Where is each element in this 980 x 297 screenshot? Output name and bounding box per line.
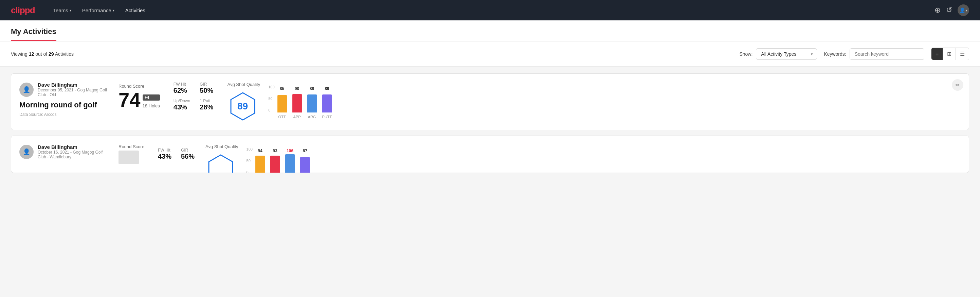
page-header: My Activities [0, 21, 980, 42]
card-stats-2: Round Score FW Hit 43% GIR 56% [119, 144, 194, 164]
stat-updown-1: Up/Down 43% [173, 99, 190, 111]
stat-gir-label-1: GIR [200, 82, 216, 87]
edit-button-1[interactable]: ✏ [952, 79, 963, 91]
stat-updown-label-1: Up/Down [173, 99, 190, 103]
user-info-2: Dave Billingham October 16, 2021 - Gog M… [38, 144, 108, 160]
bar-arg-value-1: 89 [310, 86, 314, 91]
bar-putt-value-2: 87 [303, 148, 307, 153]
hexagon-svg-2 [205, 153, 236, 173]
activity-title-1: Morning round of golf [19, 101, 108, 109]
nav-teams-label: Teams [53, 8, 68, 13]
score-meta-1: +4 18 Holes [143, 94, 160, 110]
bar-app-fill-2 [270, 156, 280, 173]
hexagon-2 [205, 153, 236, 173]
bar-putt-2: 87 PUTT [300, 148, 310, 173]
keyword-input[interactable] [850, 48, 924, 60]
bars-group-1: 85 OTT 90 APP [277, 92, 332, 119]
bar-putt-label-1: PUTT [322, 115, 332, 119]
stat-gir-label-2: GIR [181, 148, 194, 153]
bar-ott-wrapper-2 [255, 154, 265, 173]
nav-activities[interactable]: Activities [121, 5, 150, 16]
score-holes-1: 18 Holes [143, 103, 160, 109]
view-toggles: ≡ ⊞ ☰ [931, 48, 969, 60]
score-placeholder-2 [119, 150, 139, 164]
activity-type-wrapper: All Activity Types Round Practice Lesson… [756, 48, 817, 60]
activity-card-2: 👤 Dave Billingham October 16, 2021 - Gog… [11, 136, 969, 173]
bar-arg-wrapper-1 [307, 92, 317, 112]
bar-app-wrapper-2 [270, 154, 280, 173]
teams-chevron-icon: ▾ [70, 8, 71, 12]
y-label-0-1: 0 [268, 108, 274, 112]
quality-section-1: Avg Shot Quality 89 [228, 82, 261, 121]
avatar-icon-1: 👤 [23, 86, 30, 93]
bar-arg-label-1: ARG [308, 115, 316, 119]
logo[interactable]: clippd [11, 5, 35, 16]
bar-chart-container-2: 100 50 0 94 OTT 93 [247, 147, 310, 173]
add-icon[interactable]: ⊕ [934, 6, 940, 14]
performance-chevron-icon: ▾ [113, 8, 115, 12]
bar-arg-1: 89 ARG [307, 86, 317, 119]
user-avatar-2: 👤 [19, 145, 33, 159]
navbar-right: ⊕ ↺ 👤 ▾ [934, 5, 969, 16]
stat-fw-hit-label-1: FW Hit [173, 82, 190, 87]
hexagon-value-1: 89 [237, 101, 248, 112]
navbar: clippd Teams ▾ Performance ▾ Activities … [0, 0, 980, 21]
user-row-2: 👤 Dave Billingham October 16, 2021 - Gog… [19, 144, 108, 160]
bar-ott-fill-2 [255, 156, 265, 173]
activity-type-select[interactable]: All Activity Types Round Practice Lesson [756, 48, 817, 60]
bar-arg-fill-2 [285, 154, 295, 173]
card-left-2: 👤 Dave Billingham October 16, 2021 - Gog… [19, 144, 108, 163]
svg-marker-1 [209, 155, 232, 173]
list-wide-toggle[interactable]: ☰ [956, 48, 969, 60]
nav-performance[interactable]: Performance ▾ [78, 5, 119, 16]
avatar-chevron-icon: ▾ [966, 8, 967, 12]
stat-fw-hit-value-1: 62% [173, 87, 190, 94]
grid-toggle[interactable]: ⊞ [943, 48, 956, 60]
stat-fw-hit-value-2: 43% [158, 153, 172, 160]
bar-ott-label-1: OTT [278, 115, 286, 119]
score-badge-1: +4 [143, 94, 160, 101]
viewing-prefix: Viewing [11, 51, 29, 57]
bar-ott-fill-1 [277, 95, 287, 112]
bar-putt-fill-1 [322, 94, 332, 112]
y-label-50-1: 50 [268, 96, 274, 101]
quality-label-2: Avg Shot Quality [205, 144, 239, 149]
bar-ott-value-1: 85 [280, 86, 284, 91]
hexagon-1: 89 [228, 91, 258, 121]
y-label-50-2: 50 [247, 159, 253, 163]
bar-app-value-2: 93 [273, 148, 277, 153]
bar-putt-fill-2 [300, 157, 310, 173]
bar-ott-1: 85 OTT [277, 86, 287, 119]
bar-putt-wrapper-1 [322, 92, 332, 112]
user-date-1: December 05, 2021 - Gog Magog Golf Club … [38, 88, 108, 97]
refresh-icon[interactable]: ↺ [946, 6, 952, 14]
score-label-2: Round Score [119, 144, 144, 149]
viewing-suffix: Activities [55, 51, 74, 57]
bar-app-1: 90 APP [293, 86, 302, 119]
card-stats-1: Round Score 74 +4 18 Holes FW Hit 62% GI… [119, 82, 216, 111]
bar-ott-2: 94 OTT [255, 148, 265, 173]
y-label-0-2: 0 [247, 170, 253, 173]
user-avatar-nav[interactable]: 👤 ▾ [958, 5, 969, 16]
bar-ott-value-2: 94 [258, 148, 262, 153]
stat-gir-1: GIR 50% [200, 82, 216, 94]
stat-one-putt-1: 1 Putt 28% [200, 99, 216, 111]
bar-putt-1: 89 PUTT [322, 86, 332, 119]
stat-gir-value-1: 50% [200, 87, 216, 94]
user-icon: 👤 [959, 8, 965, 13]
viewing-text: Viewing 12 out of 29 Activities [11, 51, 732, 57]
user-date-2: October 16, 2021 - Gog Magog Golf Club -… [38, 150, 108, 160]
quality-section-2: Avg Shot Quality [205, 144, 239, 173]
stat-fw-hit-2: FW Hit 43% [158, 148, 172, 160]
activities-content: ✏ 👤 Dave Billingham December 05, 2021 - … [0, 67, 980, 185]
nav-teams[interactable]: Teams ▾ [49, 5, 76, 16]
avatar-icon-2: 👤 [23, 148, 30, 156]
viewing-count: 12 [29, 51, 34, 57]
card-left-1: 👤 Dave Billingham December 05, 2021 - Go… [19, 82, 108, 117]
list-dense-toggle[interactable]: ≡ [931, 48, 943, 60]
y-axis-1: 100 50 0 [268, 85, 274, 112]
score-block-1: Round Score 74 +4 18 Holes [119, 84, 160, 110]
bar-app-wrapper-1 [293, 92, 302, 112]
user-info-1: Dave Billingham December 05, 2021 - Gog … [38, 82, 108, 97]
activity-card-1: ✏ 👤 Dave Billingham December 05, 2021 - … [11, 73, 969, 130]
